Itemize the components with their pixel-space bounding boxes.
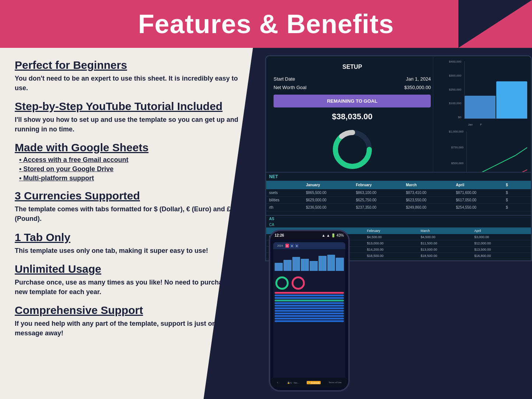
phone-row-blue-6 (275, 310, 344, 312)
phone-bottom-terms: Terms of Use (328, 381, 341, 384)
google-sheets-bullets: Access with a free Gmail account Stored … (19, 156, 243, 182)
row-assets-label: ssets (269, 191, 306, 195)
setup-net-worth-row: Net Worth Goal $350,000.00 (274, 85, 431, 90)
feature-desc-unlimited-usage: Purchase once, use as many times as you … (15, 278, 243, 297)
bar-chart-bars (464, 61, 527, 119)
row-liab-extra: $ (506, 198, 528, 202)
setup-start-date-row: Start Date Jan 1, 2024 (274, 76, 431, 82)
phone-bar-4 (301, 259, 309, 271)
phone-dashboard-mini: 2024 ● ● ● (273, 242, 345, 387)
sth-april: April (474, 229, 528, 233)
phone-row-blue-9 (275, 318, 344, 319)
str1-mar: $11,500.00 (421, 241, 475, 245)
phone-bar-chart (273, 249, 345, 275)
phone-row-blue-8 (275, 315, 344, 317)
net-worth-goal-value: $350,000.00 (404, 85, 431, 90)
as-label: AS (266, 216, 531, 222)
bar-2 (496, 81, 527, 119)
bar-x-label-jan: Jan (468, 123, 473, 126)
net-worth-goal-label: Net Worth Goal (274, 85, 306, 90)
bullet-gmail: Access with a free Gmail account (19, 156, 243, 164)
row-assets-feb: $863,100.00 (356, 191, 406, 195)
feature-title-youtube-tutorial: Step-by-Step YouTube Tutorial Included (15, 100, 243, 113)
phone-row-blue-3 (275, 302, 344, 304)
phone-bar-8 (336, 258, 344, 271)
phone-bar-3 (292, 257, 300, 271)
bar-x-label-feb: F (480, 123, 482, 126)
row-nw-feb: $237,350.00 (356, 205, 406, 209)
feature-title-unlimited-usage: Unlimited Usage (15, 263, 243, 275)
th-march: March (406, 183, 456, 187)
feature-currencies: 3 Currencies Supported The template come… (15, 190, 243, 223)
row-liab-jan: $629,000.00 (306, 198, 356, 202)
row-nw-extra: $ (506, 205, 528, 209)
row-assets-mar: $873,410.00 (406, 191, 456, 195)
phone-date: 2024 (276, 244, 284, 248)
bar-chart: $400,000 $300,000 $200,000 $100,000 $0 J… (437, 60, 527, 126)
th-empty (269, 183, 306, 187)
donut-chart-svg (330, 127, 374, 172)
table-row-assets: ssets $865,500.00 $863,100.00 $873,410.0… (266, 189, 531, 197)
str3-mar: $18,500.00 (421, 254, 475, 258)
net-label: NET (266, 173, 531, 181)
feature-title-comprehensive-support: Comprehensive Support (15, 304, 243, 317)
line-y-label-2: $500,000 (451, 162, 464, 165)
str2-mar: $13,000.00 (421, 248, 475, 251)
row-assets-extra: $ (506, 191, 528, 195)
phone-mockup: 12:26 ▲ ▲ 🔋 43% 2024 ● ● ● (269, 230, 350, 392)
table-row-liabilities: bilities $629,000.00 $625,750.00 $623,55… (266, 197, 531, 204)
row-assets-apr: $871,600.00 (456, 191, 506, 195)
feature-title-one-tab: 1 Tab Only (15, 231, 243, 244)
feature-desc-comprehensive-support: If you need help with any part of the te… (15, 319, 243, 338)
start-date-value: Jan 1, 2024 (406, 76, 431, 82)
feature-google-sheets: Made with Google Sheets Access with a fr… (15, 141, 243, 182)
phone-bottom-bar: t... 🔒 E - Net... 🔒 Example Terms of Use (272, 378, 347, 387)
row-nw-mar: $249,860.00 (406, 205, 456, 209)
phone-row-blue-5 (275, 307, 344, 309)
str0-mar: $4,500.00 (421, 235, 475, 239)
page-title: Features & Benefits (138, 9, 394, 39)
bar-y-label-4: $400,000 (449, 60, 461, 63)
str3-feb: $18,500.00 (367, 254, 421, 258)
phone-row-blue-10 (275, 320, 344, 322)
phone-tab-1: ● (290, 244, 294, 248)
table-row-networth: rth $236,500.00 $237,350.00 $249,860.00 … (266, 204, 531, 211)
phone-bars (275, 251, 344, 271)
bullet-multiplatform: Multi-platform support (19, 174, 243, 182)
phone-tab-active: ● (285, 244, 289, 248)
phone-row-teal (275, 300, 344, 301)
phone-bar-2 (283, 260, 292, 271)
bar-y-label-2: $200,000 (449, 88, 461, 91)
start-date-label: Start Date (274, 76, 295, 82)
phone-bottom-example: 🔒 Example (307, 381, 321, 384)
feature-desc-perfect-beginners: You don't need to be an expert to use th… (15, 74, 243, 93)
left-panel: Perfect for Beginners You don't need to … (0, 48, 258, 399)
line-y-label-4: $1,000,000 (449, 130, 464, 133)
bar-y-label-1: $100,000 (449, 102, 461, 105)
phone-status-icons: ▲ ▲ 🔋 43% (322, 233, 344, 237)
page-wrapper: Features & Benefits Perfect for Beginner… (0, 0, 532, 399)
phone-row-blue-1 (275, 294, 344, 296)
row-liab-feb: $625,750.00 (356, 198, 406, 202)
main-content: Perfect for Beginners You don't need to … (0, 48, 532, 399)
phone-bottom-lock: 🔒 E - Net... (287, 381, 299, 384)
str1-feb: $13,000.00 (367, 241, 421, 245)
donut-chart-area (274, 127, 431, 172)
row-liab-label: bilities (269, 198, 306, 202)
feature-title-currencies: 3 Currencies Supported (15, 190, 243, 202)
bar-y-axis: $400,000 $300,000 $200,000 $100,000 $0 (437, 60, 463, 119)
phone-row-blue-2 (275, 297, 344, 299)
phone-row-red (275, 292, 344, 294)
right-panel: SETUP Start Date Jan 1, 2024 Net Worth G… (258, 48, 532, 399)
row-nw-apr: $254,550.00 (456, 205, 506, 209)
setup-title: SETUP (274, 64, 431, 70)
bar-1 (465, 96, 496, 119)
bullet-drive: Stored on your Google Drive (19, 165, 243, 173)
phone-bar-1 (275, 263, 283, 271)
feature-youtube-tutorial: Step-by-Step YouTube Tutorial Included I… (15, 100, 243, 134)
sth-february: February (367, 229, 421, 233)
th-extra: $ (506, 183, 528, 187)
header: Features & Benefits (0, 0, 532, 48)
remaining-amount: $38,035.00 (274, 112, 431, 121)
table-header-row: January February March April $ (266, 181, 531, 189)
